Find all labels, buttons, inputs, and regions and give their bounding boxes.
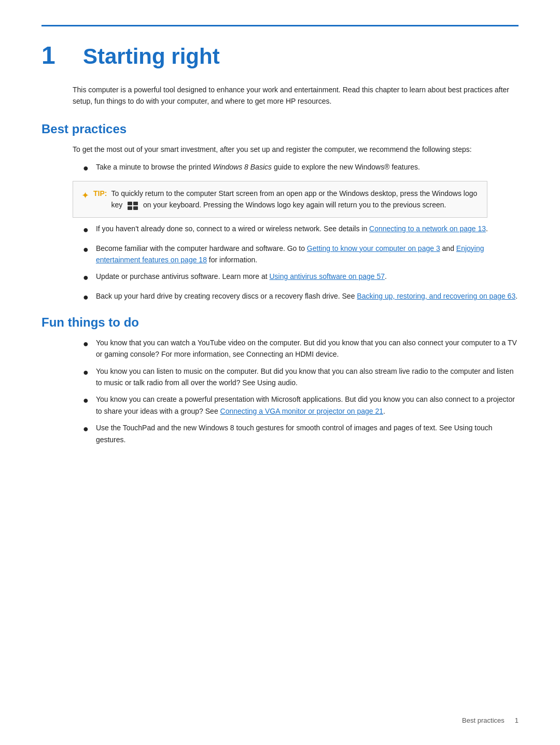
bullet-dot: ● — [83, 242, 89, 257]
bullet-item: ● You know that you can watch a YouTube … — [83, 337, 519, 360]
bullet5-before: Back up your hard drive by creating reco… — [96, 292, 357, 300]
bullet3-after: for information. — [207, 256, 257, 264]
bullet3-before: Become familiar with the computer hardwa… — [96, 244, 307, 252]
bullet1-italic: Windows 8 Basics — [213, 163, 272, 171]
top-border — [41, 25, 519, 26]
tip-icon: ✦ — [81, 188, 89, 203]
bullet1-text: Take a minute to browse the printed Wind… — [96, 161, 519, 173]
bullet-dot: ● — [83, 290, 89, 305]
bullet-item: ● If you haven't already done so, connec… — [83, 223, 519, 237]
bullet4-after: . — [385, 272, 387, 280]
bullet-dot: ● — [83, 222, 89, 237]
bullet-item: ● Back up your hard drive by creating re… — [83, 290, 519, 305]
svg-rect-1 — [133, 202, 138, 205]
bullet-item: ● Use the TouchPad and the new Windows 8… — [83, 422, 519, 445]
best-practices-bullets: ● Take a minute to browse the printed Wi… — [83, 161, 519, 176]
bullet-item: ● Take a minute to browse the printed Wi… — [83, 161, 519, 176]
best-practices-section: Best practices To get the most out of yo… — [41, 122, 519, 305]
intro-text: This computer is a powerful tool designe… — [73, 84, 519, 107]
bullet5-link[interactable]: Backing up, restoring, and recovering on… — [357, 292, 515, 300]
bullet2-link[interactable]: Connecting to a network on page 13 — [369, 224, 486, 233]
fun-bullet2-text: You know you can listen to music on the … — [96, 366, 519, 389]
bullet-item: ● You know you can create a powerful pre… — [83, 393, 519, 417]
bullet-dot: ● — [83, 270, 89, 285]
best-practices-heading: Best practices — [41, 122, 519, 136]
svg-rect-0 — [128, 202, 132, 205]
bullet-dot: ● — [83, 365, 89, 380]
bullet-dot: ● — [83, 393, 89, 408]
bullet4-text: Update or purchase antivirus software. L… — [96, 271, 519, 282]
footer-page-number: 1 — [515, 716, 519, 724]
tip-after: on your keyboard. Pressing the Windows l… — [143, 201, 446, 209]
tip-header: ✦ TIP: To quickly return to the computer… — [81, 188, 479, 211]
bullet-item: ● You know you can listen to music on th… — [83, 366, 519, 389]
bullet4-before: Update or purchase antivirus software. L… — [96, 272, 270, 280]
bullet1-before: Take a minute to browse the printed — [96, 163, 213, 171]
fun-things-bullets: ● You know that you can watch a YouTube … — [83, 337, 519, 445]
best-practices-intro: To get the most out of your smart invest… — [73, 144, 519, 155]
bullet2-text: If you haven't already done so, connect … — [96, 223, 519, 234]
footer-left-text: Best practices — [462, 716, 505, 724]
page-container: 1 Starting right This computer is a powe… — [0, 0, 560, 497]
fun-things-section: Fun things to do ● You know that you can… — [41, 315, 519, 445]
page-footer: Best practices 1 — [462, 716, 519, 724]
fun-bullet3-after: . — [383, 407, 385, 415]
bullet-item: ● Become familiar with the computer hard… — [83, 243, 519, 266]
bullet-dot: ● — [83, 421, 89, 437]
bullet5-text: Back up your hard drive by creating reco… — [96, 290, 519, 302]
bullet3-mid: and — [440, 244, 456, 252]
svg-rect-2 — [128, 206, 132, 210]
bullet-item: ● Update or purchase antivirus software.… — [83, 271, 519, 285]
windows-key-icon — [125, 201, 140, 211]
bullet4-link[interactable]: Using antivirus software on page 57 — [270, 272, 385, 280]
chapter-number: 1 — [41, 41, 67, 69]
tip-box: ✦ TIP: To quickly return to the computer… — [73, 181, 487, 218]
fun-bullet4-text: Use the TouchPad and the new Windows 8 t… — [96, 422, 519, 445]
bullet-dot: ● — [83, 161, 89, 176]
tip-label: TIP: — [93, 188, 107, 199]
bullet3-link1[interactable]: Getting to know your computer on page 3 — [307, 244, 440, 252]
bullet1-after: guide to explore the new Windows® featur… — [272, 163, 420, 171]
fun-things-heading: Fun things to do — [41, 315, 519, 330]
chapter-header: 1 Starting right — [41, 41, 519, 69]
bullet5-after: . — [515, 292, 517, 300]
bullet2-before: If you haven't already done so, connect … — [96, 224, 369, 233]
tip-content: To quickly return to the computer Start … — [111, 188, 479, 211]
fun-bullet1-text: You know that you can watch a YouTube vi… — [96, 337, 519, 360]
bullet2-list: ● If you haven't already done so, connec… — [83, 223, 519, 305]
fun-bullet3-link[interactable]: Connecting a VGA monitor or projector on… — [220, 407, 383, 415]
svg-rect-3 — [133, 206, 138, 210]
fun-bullet3-text: You know you can create a powerful prese… — [96, 393, 519, 417]
chapter-title: Starting right — [83, 44, 220, 69]
bullet-dot: ● — [83, 336, 89, 352]
bullet3-text: Become familiar with the computer hardwa… — [96, 243, 519, 266]
bullet2-after: . — [486, 224, 488, 233]
